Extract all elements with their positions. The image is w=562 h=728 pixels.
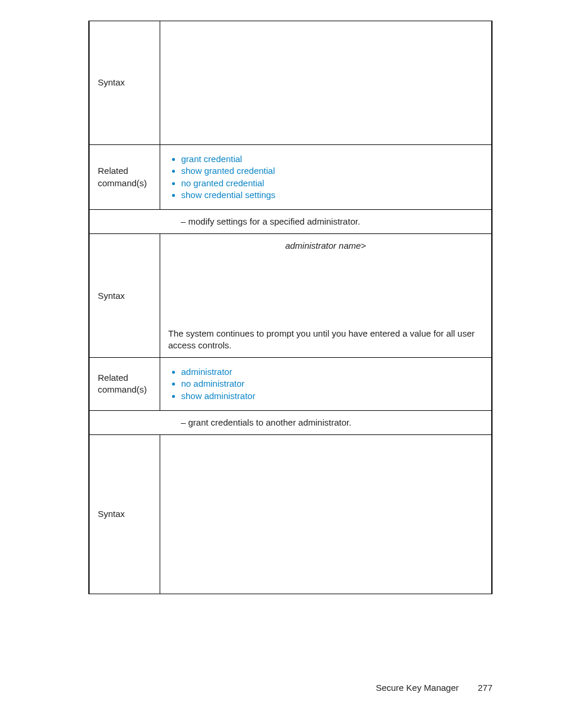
link-text: show administrator [181, 391, 256, 401]
list-item[interactable]: no administrator [181, 378, 484, 390]
related-commands-list: grant credential show granted credential… [168, 153, 484, 201]
table-row: Related command(s) administrator no admi… [89, 358, 492, 411]
section-description: – modify settings for a specified admini… [89, 210, 492, 234]
table-row: Syntax [89, 435, 492, 594]
footer-title: Secure Key Manager [376, 683, 459, 693]
syntax-content-empty [160, 21, 492, 145]
link-text: show granted credential [181, 166, 275, 176]
syntax-content-empty [160, 435, 492, 594]
table-row: – grant credentials to another administr… [89, 410, 492, 434]
link-text: show credential settings [181, 190, 276, 200]
row-label-related: Related command(s) [89, 145, 160, 210]
label-text: Related command(s) [98, 373, 147, 394]
param-text: administrator name> [285, 241, 366, 251]
list-item[interactable]: administrator [181, 366, 484, 378]
label-text: Syntax [98, 77, 125, 87]
label-text: Related command(s) [98, 166, 147, 187]
related-commands-list: administrator no administrator show admi… [168, 366, 484, 402]
syntax-note: The system continues to prompt you until… [168, 328, 484, 352]
link-text: no administrator [181, 378, 245, 388]
syntax-content: administrator name> The system continues… [160, 234, 492, 358]
document-page: Syntax Related command(s) grant credenti… [0, 0, 562, 728]
description-text: – modify settings for a specified admini… [181, 216, 360, 226]
list-item[interactable]: show administrator [181, 390, 484, 402]
table-row: Related command(s) grant credential show… [89, 145, 492, 210]
related-commands-cell: administrator no administrator show admi… [160, 358, 492, 411]
label-text: Syntax [98, 509, 125, 519]
reference-table: Syntax Related command(s) grant credenti… [88, 21, 492, 594]
row-label-syntax: Syntax [89, 234, 160, 358]
link-text: no granted credential [181, 178, 265, 188]
row-label-syntax: Syntax [89, 435, 160, 594]
page-footer: Secure Key Manager 277 [376, 683, 492, 693]
list-item[interactable]: show granted credential [181, 165, 484, 177]
table-row: Syntax [89, 21, 492, 145]
list-item[interactable]: grant credential [181, 153, 484, 165]
list-item[interactable]: show credential settings [181, 189, 484, 201]
label-text: Syntax [98, 291, 125, 301]
page-number: 277 [478, 683, 492, 693]
table-row: Syntax administrator name> The system co… [89, 234, 492, 358]
section-description: – grant credentials to another administr… [89, 410, 492, 434]
link-text: administrator [181, 367, 233, 377]
note-text: The system continues to prompt you until… [168, 328, 475, 350]
row-label-syntax: Syntax [89, 21, 160, 145]
related-commands-cell: grant credential show granted credential… [160, 145, 492, 210]
table-row: – modify settings for a specified admini… [89, 210, 492, 234]
link-text: grant credential [181, 154, 242, 164]
list-item[interactable]: no granted credential [181, 177, 484, 189]
row-label-related: Related command(s) [89, 358, 160, 411]
syntax-param: administrator name> [168, 240, 484, 252]
description-text: – grant credentials to another administr… [181, 417, 351, 427]
